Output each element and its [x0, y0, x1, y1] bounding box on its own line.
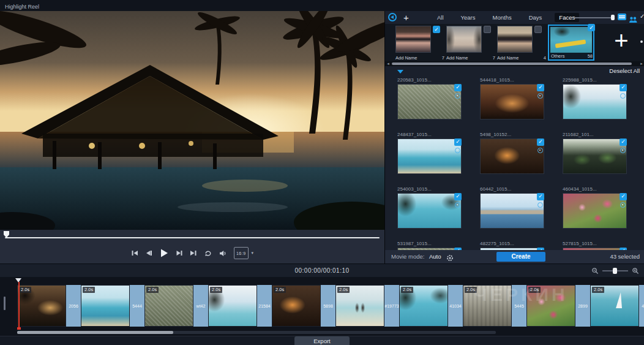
- thumbnail-size-slider[interactable]: [574, 17, 613, 18]
- timeline-gap[interactable]: 5898: [321, 285, 335, 327]
- face-checkbox[interactable]: ✓: [534, 26, 542, 33]
- step-back-icon: [145, 249, 152, 257]
- face-checkbox[interactable]: ✓: [433, 26, 440, 33]
- photo-thumbnail[interactable]: ✓: [397, 84, 462, 119]
- aspect-caret-icon[interactable]: ▾: [252, 251, 254, 256]
- faces-scroll-track[interactable]: [391, 63, 638, 65]
- face-checkbox[interactable]: ✓: [588, 24, 595, 31]
- face-group-others[interactable]: ✓ Others 58: [548, 25, 594, 61]
- timeline-clip[interactable]: 2.0s: [144, 285, 193, 327]
- timeline-left-scroll-indicator[interactable]: [4, 297, 6, 310]
- scroll-left-icon[interactable]: ◂: [385, 61, 391, 66]
- select-all-check-button[interactable]: ✓: [640, 13, 644, 20]
- photo-thumbnail[interactable]: ✓: [397, 138, 462, 174]
- timeline-gap[interactable]: 41034: [448, 285, 463, 327]
- list-view-button[interactable]: [618, 13, 626, 20]
- timeline-gap[interactable]: 5444: [130, 285, 144, 327]
- timeline-clip[interactable]: 2.0s: [272, 285, 321, 327]
- photo-thumbnail[interactable]: ✓: [563, 138, 627, 174]
- photo-selected-check-icon[interactable]: ✓: [454, 138, 462, 146]
- photo-selected-check-icon[interactable]: ✓: [537, 193, 544, 200]
- face-group-2[interactable]: ✓ Add Name 7: [446, 24, 495, 61]
- face-thumbnail[interactable]: [497, 26, 533, 53]
- timeline-scrollbar-thumb[interactable]: [17, 331, 173, 334]
- clip-duration-badge: 2.0s: [592, 287, 604, 293]
- library-panel: + All Years Months Days Faces ✓ ✓: [384, 11, 644, 263]
- faces-scrollbar[interactable]: ◂ ▸: [385, 61, 644, 66]
- timeline-zoom-slider[interactable]: [602, 270, 628, 271]
- timeline-clip[interactable]: 2.0s: [81, 285, 130, 327]
- photo-thumbnail[interactable]: ✓: [397, 193, 462, 229]
- timeline-playhead[interactable]: [18, 282, 20, 327]
- aspect-ratio-selector[interactable]: 16:9: [234, 247, 249, 259]
- step-forward-button[interactable]: [176, 248, 183, 258]
- photo-selected-check-icon[interactable]: ✓: [537, 138, 544, 146]
- tab-years[interactable]: Years: [457, 13, 480, 22]
- deselect-all-button[interactable]: Deselect All: [609, 67, 640, 74]
- export-button[interactable]: Export: [294, 336, 350, 345]
- timecode-bar: 00:00:00/00:01:10: [0, 263, 644, 277]
- photo-thumbnail[interactable]: ✓: [480, 84, 544, 119]
- photo-selected-check-icon[interactable]: ✓: [454, 193, 462, 200]
- scroll-right-icon[interactable]: ▸: [638, 61, 644, 66]
- faces-scroll-thumb[interactable]: [392, 63, 632, 65]
- timeline-clip[interactable]: 2.0s: [399, 285, 448, 327]
- face-group-1[interactable]: ✓ Add Name 7: [395, 24, 444, 61]
- movie-mode-settings-button[interactable]: [446, 253, 454, 264]
- face-thumbnail[interactable]: [446, 26, 482, 53]
- thumbnail-size-slider-handle[interactable]: [611, 15, 615, 20]
- timeline-scrollbar[interactable]: [17, 331, 496, 334]
- photo-selected-check-icon[interactable]: ✓: [620, 193, 627, 200]
- face-name-label[interactable]: Add Name: [446, 55, 468, 61]
- timeline-clip[interactable]: 2.0s: [208, 285, 257, 327]
- timeline-gap[interactable]: 4170: [639, 285, 644, 327]
- timeline-zoom-slider-handle[interactable]: [613, 268, 617, 274]
- photo-thumbnail[interactable]: ✓: [480, 193, 544, 229]
- photo-selected-check-icon[interactable]: ✓: [620, 138, 627, 146]
- play-button[interactable]: [159, 248, 169, 258]
- jump-to-start-button[interactable]: [131, 248, 138, 258]
- face-name-label[interactable]: Add Name: [395, 55, 417, 61]
- tab-all[interactable]: All: [433, 13, 448, 22]
- photo-filename: 482275_1015...: [480, 240, 563, 248]
- photo-filename: 60442_1015...: [480, 186, 563, 193]
- face-name-label[interactable]: Others: [551, 53, 565, 59]
- timeline-gap[interactable]: 2899: [575, 285, 590, 327]
- back-button[interactable]: [388, 13, 397, 21]
- face-name-label[interactable]: Add Name: [497, 55, 519, 61]
- photo-sync-badge-icon: [537, 148, 543, 153]
- photo-selected-check-icon[interactable]: ✓: [620, 84, 627, 91]
- collapse-section-icon[interactable]: [397, 70, 403, 74]
- face-thumbnail[interactable]: [550, 27, 592, 53]
- movie-mode-value[interactable]: Auto: [429, 253, 441, 260]
- photo-selected-check-icon[interactable]: ✓: [537, 84, 544, 91]
- zoom-out-icon[interactable]: [591, 267, 599, 275]
- volume-button[interactable]: [219, 248, 227, 258]
- photo-thumbnail[interactable]: ✓: [563, 193, 627, 229]
- add-media-button[interactable]: +: [403, 11, 409, 24]
- add-face-button[interactable]: +: [604, 25, 638, 57]
- face-thumbnail[interactable]: [395, 26, 431, 53]
- zoom-in-icon[interactable]: [632, 267, 639, 275]
- movie-mode-bar: Movie mode: Auto Create 43 selected: [385, 250, 644, 263]
- preview-seek-bar[interactable]: [0, 230, 384, 243]
- timeline-gap[interactable]: 2056: [66, 285, 81, 327]
- step-back-button[interactable]: [145, 248, 152, 258]
- jump-to-end-button[interactable]: [190, 248, 197, 258]
- timeline-clip[interactable]: 2.0s: [335, 285, 384, 327]
- loop-button[interactable]: [204, 248, 212, 258]
- timeline-gap[interactable]: #19773: [384, 285, 399, 327]
- timeline-gap[interactable]: wt42: [193, 285, 208, 327]
- create-button[interactable]: Create: [496, 252, 545, 262]
- timeline-clip[interactable]: 2.0s: [17, 285, 66, 327]
- photo-thumbnail[interactable]: ✓: [563, 84, 627, 119]
- seek-track[interactable]: [5, 237, 380, 238]
- tab-days[interactable]: Days: [525, 13, 547, 22]
- photo-thumbnail[interactable]: ✓: [480, 138, 544, 174]
- tab-months[interactable]: Months: [489, 13, 516, 22]
- face-checkbox[interactable]: ✓: [484, 26, 491, 33]
- timeline-clip[interactable]: 2.0s: [590, 285, 639, 327]
- photo-selected-check-icon[interactable]: ✓: [454, 84, 462, 91]
- timeline-gap[interactable]: 21584: [257, 285, 272, 327]
- face-group-3[interactable]: ✓ Add Name 4: [497, 24, 546, 61]
